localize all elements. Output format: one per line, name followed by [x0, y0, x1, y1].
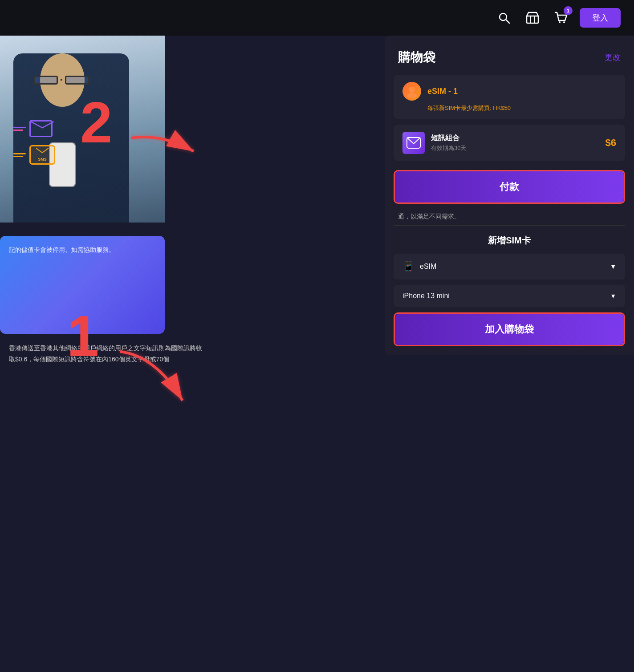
cart-header: 購物袋 更改 [385, 36, 634, 75]
search-icon[interactable] [494, 8, 514, 28]
red-arrow-2 [127, 129, 198, 162]
red-arrow-1 [111, 347, 191, 411]
checkout-button[interactable]: 付款 [395, 171, 624, 202]
chevron-down-icon: ▼ [610, 263, 616, 270]
cart-title: 購物袋 [398, 49, 435, 66]
header: 1 登入 [0, 0, 634, 36]
svg-rect-2 [527, 16, 538, 23]
sms-item-thumbnail [402, 132, 425, 154]
svg-point-0 [500, 13, 507, 20]
cart-badge: 1 [564, 6, 573, 15]
svg-point-6 [563, 21, 565, 23]
add-to-cart-button[interactable]: 加入購物袋 [395, 314, 624, 345]
phone-dropdown-label: iPhone 13 mini [402, 292, 450, 300]
store-icon[interactable] [523, 8, 542, 28]
sms-label: SMS [38, 157, 47, 162]
sms-item-sub: 有效期為30天 [431, 144, 466, 152]
annotation-number-1: 1 [67, 307, 99, 365]
esim-dropdown-label: eSIM [420, 263, 436, 271]
separator-text: 通，以滿足不同需求。 [385, 204, 634, 225]
esim-notice: 每張新SIM卡最少需購買: HK$50 [402, 104, 616, 112]
sms-item-price: $6 [606, 137, 616, 149]
svg-line-1 [506, 20, 510, 24]
cart-item-sms: 短訊組合 有效期為30天 $6 [394, 125, 625, 161]
svg-point-10 [407, 93, 417, 98]
add-sim-section: 新增SIM卡 📱 eSIM ▼ iPhone 13 mini ▼ 加入購物袋 [385, 226, 634, 346]
cart-item-esim: eSIM - 1 每張新SIM卡最少需購買: HK$50 [394, 75, 625, 119]
chevron-down-icon-2: ▼ [610, 292, 616, 300]
esim-avatar [402, 82, 421, 101]
svg-point-5 [559, 21, 561, 23]
esim-dropdown[interactable]: 📱 eSIM ▼ [394, 254, 625, 279]
svg-point-9 [409, 87, 415, 93]
esim-name: eSIM - 1 [427, 87, 458, 96]
phone-model-dropdown[interactable]: iPhone 13 mini ▼ [394, 285, 625, 307]
checkout-button-wrapper: 付款 [394, 170, 625, 204]
sim-card-icon: 📱 [402, 261, 415, 272]
add-cart-button-wrapper: 加入購物袋 [394, 312, 625, 346]
login-button[interactable]: 登入 [580, 8, 621, 28]
sms-item-name: 短訊組合 [431, 134, 466, 143]
edit-button[interactable]: 更改 [605, 52, 621, 63]
blue-card-text: 記的儲值卡會被停用。如需協助服務。 [9, 245, 156, 255]
add-sim-title: 新增SIM卡 [394, 235, 625, 247]
cart-panel: 購物袋 更改 eSIM - 1 每張新SIM卡最少需購買: HK$50 [385, 36, 634, 355]
left-content: SMS 2 記的儲值卡會被停用。如需協助服務。 1 [0, 36, 214, 672]
annotation-number-2: 2 [80, 93, 112, 151]
cart-icon-wrapper[interactable]: 1 [551, 8, 571, 28]
